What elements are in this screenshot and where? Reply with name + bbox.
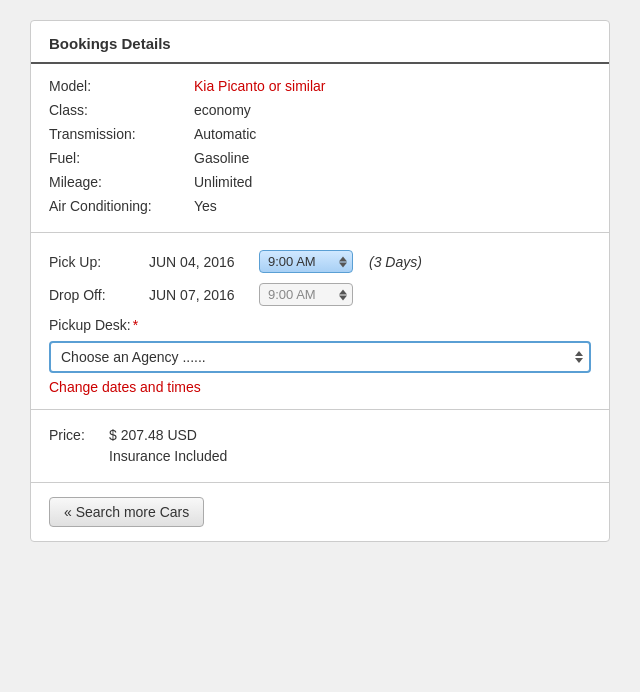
fuel-value: Gasoline <box>194 150 249 166</box>
detail-row-ac: Air Conditioning: Yes <box>49 194 591 218</box>
detail-row-model: Model: Kia Picanto or similar <box>49 74 591 98</box>
fuel-label: Fuel: <box>49 150 194 166</box>
price-section: Price: $ 207.48 USD Insurance Included <box>31 410 609 483</box>
pickup-desk-row: Pickup Desk: * <box>49 311 591 335</box>
booking-dates-section: Pick Up: JUN 04, 2016 9:00 AM 10:00 AM 1… <box>31 233 609 410</box>
price-row: Price: $ 207.48 USD <box>49 424 591 446</box>
pickup-label: Pick Up: <box>49 254 149 270</box>
model-value: Kia Picanto or similar <box>194 78 326 94</box>
ac-value: Yes <box>194 198 217 214</box>
transmission-label: Transmission: <box>49 126 194 142</box>
dropoff-time-wrapper[interactable]: 9:00 AM 10:00 AM 11:00 AM 12:00 PM <box>259 283 353 306</box>
pickup-row: Pick Up: JUN 04, 2016 9:00 AM 10:00 AM 1… <box>49 245 591 278</box>
class-label: Class: <box>49 102 194 118</box>
bookings-card: Bookings Details Model: Kia Picanto or s… <box>30 20 610 542</box>
detail-row-mileage: Mileage: Unlimited <box>49 170 591 194</box>
detail-row-fuel: Fuel: Gasoline <box>49 146 591 170</box>
search-more-button[interactable]: « Search more Cars <box>49 497 204 527</box>
price-label: Price: <box>49 427 109 443</box>
dropoff-row: Drop Off: JUN 07, 2016 9:00 AM 10:00 AM … <box>49 278 591 311</box>
class-value: economy <box>194 102 251 118</box>
detail-row-transmission: Transmission: Automatic <box>49 122 591 146</box>
model-label: Model: <box>49 78 194 94</box>
dropoff-time-select[interactable]: 9:00 AM 10:00 AM 11:00 AM 12:00 PM <box>259 283 353 306</box>
days-label: (3 Days) <box>369 254 422 270</box>
pickup-time-wrapper[interactable]: 9:00 AM 10:00 AM 11:00 AM 12:00 PM <box>259 250 353 273</box>
ac-label: Air Conditioning: <box>49 198 194 214</box>
pickup-desk-label: Pickup Desk: <box>49 317 131 333</box>
dropoff-date: JUN 07, 2016 <box>149 287 259 303</box>
footer-section: « Search more Cars <box>31 483 609 541</box>
insurance-row: Insurance Included <box>49 446 591 466</box>
detail-row-class: Class: economy <box>49 98 591 122</box>
car-details-section: Model: Kia Picanto or similar Class: eco… <box>31 64 609 233</box>
section-title: Bookings Details <box>31 21 609 64</box>
pickup-time-select[interactable]: 9:00 AM 10:00 AM 11:00 AM 12:00 PM <box>259 250 353 273</box>
agency-select[interactable]: Choose an Agency ...... <box>49 341 591 373</box>
transmission-value: Automatic <box>194 126 256 142</box>
pickup-date: JUN 04, 2016 <box>149 254 259 270</box>
change-dates-link[interactable]: Change dates and times <box>49 379 591 395</box>
mileage-value: Unlimited <box>194 174 252 190</box>
mileage-label: Mileage: <box>49 174 194 190</box>
insurance-text: Insurance Included <box>109 448 227 464</box>
dropoff-label: Drop Off: <box>49 287 149 303</box>
required-star: * <box>133 317 138 333</box>
agency-select-wrapper[interactable]: Choose an Agency ...... <box>49 341 591 373</box>
price-value: $ 207.48 USD <box>109 427 197 443</box>
